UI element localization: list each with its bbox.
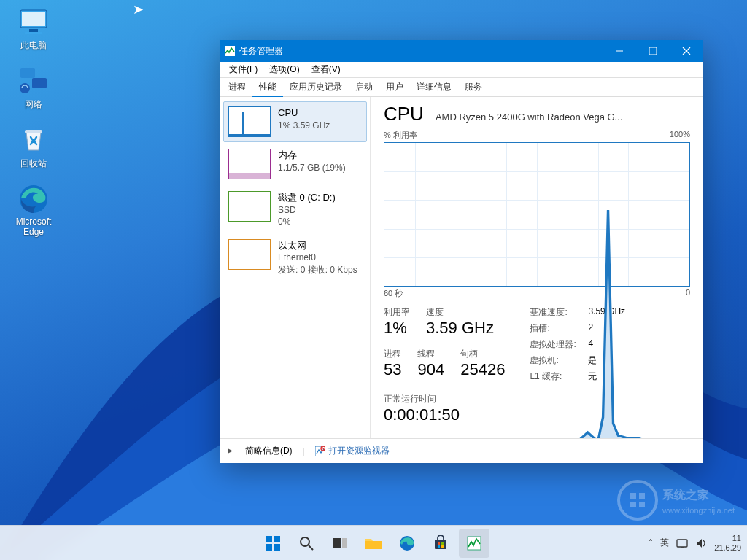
window-footer: ▲ 简略信息(D) | 打开资源监视器 [220, 438, 703, 463]
svg-rect-22 [639, 502, 645, 508]
desktop-icon-edge[interactable]: Microsoft Edge [6, 183, 61, 237]
recycle-bin-icon [18, 124, 50, 156]
task-manager-button[interactable] [459, 529, 489, 558]
menu-file[interactable]: 文件(F) [225, 62, 262, 77]
svg-rect-1 [22, 12, 45, 26]
svg-rect-31 [333, 538, 341, 548]
minimize-button[interactable] [603, 40, 636, 62]
tray-chevron-icon[interactable]: ˄ [649, 538, 653, 548]
svg-rect-32 [342, 538, 347, 548]
cpu-thumb-icon [228, 106, 271, 137]
tab-performance[interactable]: 性能 [252, 77, 283, 96]
svg-text:系统之家: 系统之家 [662, 488, 709, 501]
tab-startup[interactable]: 启动 [349, 77, 379, 96]
task-manager-window: 任务管理器 文件(F) 选项(O) 查看(V) 进程 性能 应用历史记录 启动 … [220, 40, 703, 463]
maximize-button[interactable] [636, 40, 670, 62]
disk-thumb-icon [228, 191, 271, 222]
tab-details[interactable]: 详细信息 [410, 77, 458, 96]
store-button[interactable] [425, 529, 456, 558]
app-icon [220, 46, 239, 56]
sidebar-item-network[interactable]: 以太网Ethernet0发送: 0 接收: 0 Kbps [223, 234, 367, 281]
taskbar[interactable]: ˄ 英 1121.6.29 [0, 525, 747, 560]
task-view-button[interactable] [325, 529, 355, 558]
svg-rect-28 [274, 544, 280, 551]
menu-options[interactable]: 选项(O) [265, 62, 303, 77]
desktop-icon-network[interactable]: 网络 [6, 65, 61, 111]
svg-text:www.xitongzhijia.net: www.xitongzhijia.net [662, 506, 735, 515]
svg-rect-5 [32, 78, 47, 88]
tabs: 进程 性能 应用历史记录 启动 用户 详细信息 服务 [220, 78, 703, 97]
cpu-usage-chart[interactable] [384, 142, 690, 287]
y-axis-label: % 利用率 [384, 130, 417, 141]
titlebar[interactable]: 任务管理器 [220, 40, 703, 62]
svg-point-6 [20, 83, 30, 93]
svg-point-18 [619, 481, 657, 519]
svg-rect-27 [266, 544, 272, 551]
svg-rect-37 [441, 542, 444, 545]
svg-rect-4 [20, 68, 35, 78]
performance-detail: CPU AMD Ryzen 5 2400G with Radeon Vega G… [371, 97, 703, 438]
svg-rect-39 [441, 545, 444, 548]
ime-indicator[interactable]: 英 [660, 537, 669, 549]
fewer-details-link[interactable]: 简略信息(D) [245, 445, 293, 457]
start-button[interactable] [258, 529, 288, 558]
svg-rect-20 [639, 493, 645, 499]
svg-line-30 [309, 545, 313, 550]
tab-app-history[interactable]: 应用历史记录 [283, 77, 349, 96]
search-button[interactable] [291, 529, 322, 558]
computer-icon [18, 6, 50, 38]
tab-services[interactable]: 服务 [458, 77, 489, 96]
edge-button[interactable] [392, 529, 422, 558]
memory-thumb-icon [228, 149, 271, 179]
window-title: 任务管理器 [239, 45, 603, 58]
clock[interactable]: 1121.6.29 [714, 534, 741, 552]
menu-view[interactable]: 查看(V) [307, 62, 345, 77]
sidebar-item-memory[interactable]: 内存1.1/5.7 GB (19%) [223, 144, 367, 184]
tab-users[interactable]: 用户 [379, 77, 410, 96]
svg-rect-25 [266, 536, 272, 542]
close-button[interactable] [670, 40, 703, 62]
menubar: 文件(F) 选项(O) 查看(V) [220, 62, 703, 78]
y-axis-max: 100% [670, 130, 690, 141]
svg-rect-7 [25, 130, 42, 133]
performance-sidebar: CPU1% 3.59 GHz 内存1.1/5.7 GB (19%) 磁盘 0 (… [220, 97, 371, 438]
network-tray-icon[interactable] [676, 537, 688, 549]
svg-rect-26 [274, 536, 280, 542]
svg-rect-33 [365, 541, 382, 549]
sidebar-item-disk[interactable]: 磁盘 0 (C: D:)SSD0% [223, 186, 367, 233]
network-thumb-icon [228, 239, 271, 270]
volume-tray-icon[interactable] [695, 537, 707, 549]
svg-marker-14 [384, 210, 689, 438]
network-icon [18, 65, 50, 97]
watermark: 系统之家www.xitongzhijia.net [616, 478, 740, 522]
svg-rect-2 [29, 29, 38, 32]
svg-rect-19 [630, 493, 636, 499]
cursor-icon: ➤ [133, 1, 144, 18]
svg-rect-3 [25, 32, 42, 34]
system-tray[interactable]: ˄ 英 1121.6.29 [649, 534, 741, 552]
detail-title: CPU [384, 103, 424, 125]
svg-rect-38 [438, 545, 440, 548]
desktop-icon-recycle[interactable]: 回收站 [6, 124, 61, 170]
explorer-button[interactable] [358, 529, 389, 558]
svg-point-29 [301, 537, 309, 546]
svg-rect-36 [438, 542, 440, 545]
svg-rect-41 [677, 540, 687, 547]
edge-icon [18, 183, 50, 215]
collapse-icon[interactable]: ▲ [227, 448, 235, 455]
cpu-model: AMD Ryzen 5 2400G with Radeon Vega G... [436, 112, 690, 122]
open-resmon-link[interactable]: 打开资源监视器 [315, 445, 390, 457]
tab-processes[interactable]: 进程 [222, 77, 252, 96]
svg-rect-21 [630, 502, 636, 508]
svg-rect-35 [435, 540, 446, 549]
desktop-icon-computer[interactable]: 此电脑 [6, 6, 61, 52]
svg-rect-11 [649, 47, 657, 55]
sidebar-item-cpu[interactable]: CPU1% 3.59 GHz [223, 101, 367, 142]
